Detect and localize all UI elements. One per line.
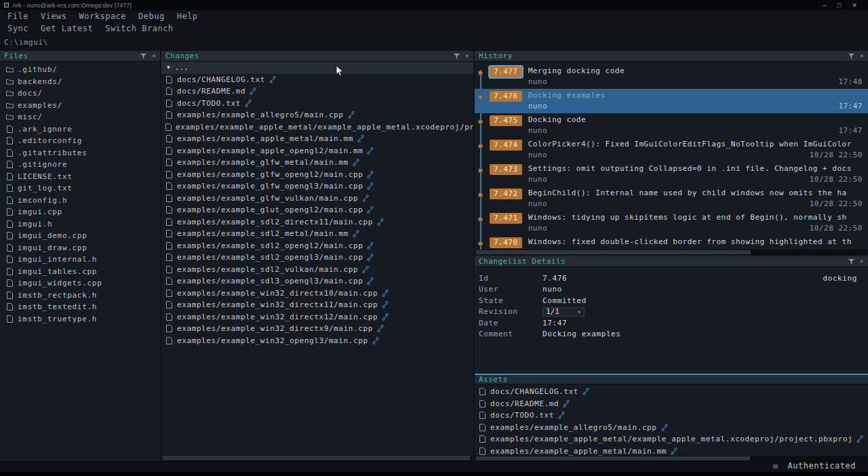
filter-icon[interactable] — [140, 54, 146, 59]
asset-row[interactable]: docs/README.md — [475, 398, 868, 410]
file-icon — [6, 197, 14, 204]
toolbar-button[interactable]: Switch Branch — [99, 24, 179, 33]
changes-root-row[interactable]: ▼ ... — [161, 62, 473, 74]
file-row[interactable]: imgui_draw.cpp — [0, 242, 160, 254]
change-row[interactable]: examples/example_allegro5/main.cpp — [161, 109, 473, 121]
commit-author: nuno — [528, 102, 548, 111]
file-row[interactable]: imstb_rectpack.h — [0, 290, 160, 302]
commit-time: 10/28 22:50 — [810, 151, 863, 159]
change-row[interactable]: examples/example_win32_directx11/main.cp… — [161, 299, 473, 311]
toolbar-button[interactable]: Get Latest — [35, 24, 99, 33]
file-row[interactable]: imgui.cpp — [0, 206, 160, 218]
change-row[interactable]: examples/example_sdl2_opengl2/main.cpp — [161, 240, 473, 252]
history-row[interactable]: 7.476 Docking examples nuno 17:47 — [475, 89, 868, 113]
commit-author: nuno — [528, 126, 548, 135]
file-row[interactable]: examples/ — [0, 100, 160, 112]
file-row[interactable]: misc/ — [0, 111, 160, 123]
maximize-button[interactable]: □ — [837, 2, 841, 9]
change-row[interactable]: examples/example_glfw_opengl2/main.cpp — [161, 169, 473, 181]
expand-triangle-icon[interactable]: ▼ — [167, 64, 170, 71]
scrollbar-thumb[interactable] — [476, 456, 750, 460]
change-row[interactable]: examples/example_win32_directx12/main.cp… — [161, 311, 473, 323]
close-panel-icon[interactable]: ✕ — [465, 53, 469, 59]
close-panel-icon[interactable]: ✕ — [860, 258, 864, 264]
change-row[interactable]: examples/example_apple_opengl2/main.mm — [161, 145, 473, 157]
history-row[interactable]: 7.472 BeginChild(): Internal name used b… — [475, 186, 868, 211]
menu-item[interactable]: Workspace — [73, 12, 133, 21]
change-row[interactable]: examples/example_win32_directx10/main.cp… — [161, 287, 473, 300]
change-row[interactable]: docs/README.md — [161, 85, 473, 98]
menu-item[interactable]: Debug — [132, 12, 171, 21]
field-label-id: Id — [479, 274, 542, 283]
filter-icon[interactable] — [848, 54, 854, 59]
file-row[interactable]: .editorconfig — [0, 135, 160, 147]
file-row[interactable]: imgui_demo.cpp — [0, 230, 160, 242]
change-row[interactable]: examples/example_sdl2_vulkan/main.cpp — [161, 264, 473, 276]
change-path: examples/example_sdl3_opengl3/main.cpp — [177, 277, 363, 285]
history-row[interactable]: 7.471 Windows: tidying up skipitems logi… — [475, 211, 868, 235]
file-row[interactable]: .github/ — [0, 64, 160, 76]
branch-icon — [353, 230, 359, 237]
file-row[interactable]: imstb_textedit.h — [0, 301, 160, 313]
change-row[interactable]: docs/CHANGELOG.txt — [161, 74, 473, 86]
asset-row[interactable]: examples/example_apple_metal/main.mm — [475, 445, 868, 456]
file-row[interactable]: imgui_tables.cpp — [0, 266, 160, 278]
history-row[interactable]: 7.473 Settings: omit outputing Collapsed… — [475, 162, 868, 186]
change-row[interactable]: examples/example_apple_metal/main.mm — [161, 133, 473, 145]
file-row[interactable]: imconfig.h — [0, 195, 160, 207]
file-row[interactable]: imgui_internal.h — [0, 254, 160, 266]
changes-hscrollbar[interactable] — [162, 455, 473, 461]
change-path: examples/example_win32_directx9/main.cpp — [177, 324, 373, 333]
file-row[interactable]: .gitattributes — [0, 147, 160, 159]
change-row[interactable]: examples/example_sdl3_opengl3/main.cpp — [161, 275, 473, 287]
scrollbar-thumb[interactable] — [476, 250, 751, 254]
file-row[interactable]: git_log.txt — [0, 182, 160, 195]
filter-icon[interactable] — [848, 259, 854, 264]
change-row[interactable]: docs/TODO.txt — [161, 98, 473, 110]
close-panel-icon[interactable]: ✕ — [152, 53, 156, 59]
change-row[interactable]: examples/example_apple_metal/example_app… — [161, 121, 473, 134]
file-icon — [165, 277, 173, 285]
file-label: imgui_widgets.cpp — [18, 279, 102, 287]
history-hscrollbar[interactable] — [475, 250, 867, 255]
change-row[interactable]: examples/example_sdl2_directx11/main.cpp — [161, 216, 473, 229]
file-row[interactable]: .ark_ignore — [0, 123, 160, 136]
revision-select[interactable]: 1/1 ▾ — [542, 307, 585, 317]
toolbar-button[interactable]: Sync — [1, 24, 35, 33]
change-row[interactable]: examples/example_win32_directx9/main.cpp — [161, 323, 473, 335]
change-row[interactable]: examples/example_win32_opengl3/main.cpp — [161, 335, 473, 347]
file-icon — [165, 325, 173, 332]
file-row[interactable]: docs/ — [0, 87, 160, 100]
asset-row[interactable]: examples/example_apple_metal/example_app… — [475, 433, 868, 445]
asset-row[interactable]: docs/CHANGELOG.txt — [475, 386, 868, 398]
file-row[interactable]: LICENSE.txt — [0, 171, 160, 183]
file-row[interactable]: imgui_widgets.cpp — [0, 277, 160, 290]
history-row[interactable]: 7.470 Windows: fixed double-clicked bord… — [475, 235, 868, 250]
file-row[interactable]: backends/ — [0, 76, 160, 88]
menu-item[interactable]: Help — [171, 12, 204, 21]
file-icon — [165, 195, 173, 202]
history-row[interactable]: 7.474 ColorPicker4(): Fixed ImGuiColorEd… — [475, 138, 868, 162]
file-row[interactable]: .gitignore — [0, 159, 160, 171]
change-row[interactable]: examples/example_glfw_vulkan/main.cpp — [161, 193, 473, 205]
change-row[interactable]: examples/example_glfw_opengl3/main.cpp — [161, 180, 473, 193]
menu-item[interactable]: Views — [35, 12, 73, 21]
field-row-comment: Comment Docking examples — [479, 329, 864, 340]
menu-item[interactable]: File — [1, 12, 35, 21]
file-row[interactable]: imstb_truetype.h — [0, 313, 160, 325]
scrollbar-thumb[interactable] — [163, 456, 470, 460]
minimize-button[interactable]: ─ — [823, 2, 827, 9]
file-label: imgui.cpp — [18, 207, 62, 216]
history-row[interactable]: 7.477 Merging docking code nuno 17:48 — [475, 64, 868, 89]
change-row[interactable]: examples/example_sdl2_opengl3/main.cpp — [161, 252, 473, 264]
history-row[interactable]: 7.475 Docking code nuno 17:47 — [475, 113, 868, 138]
close-button[interactable]: ✕ — [852, 2, 857, 9]
asset-row[interactable]: examples/example_allegro5/main.cpp — [475, 422, 868, 434]
filter-icon[interactable] — [454, 54, 460, 59]
change-row[interactable]: examples/example_sdl2_metal/main.mm — [161, 228, 473, 240]
asset-row[interactable]: docs/TODO.txt — [475, 410, 868, 422]
change-row[interactable]: examples/example_glfw_metal/main.mm — [161, 157, 473, 169]
change-row[interactable]: examples/example_glut_opengl2/main.cpp — [161, 204, 473, 216]
file-row[interactable]: imgui.h — [0, 218, 160, 231]
close-panel-icon[interactable]: ✕ — [860, 53, 864, 59]
